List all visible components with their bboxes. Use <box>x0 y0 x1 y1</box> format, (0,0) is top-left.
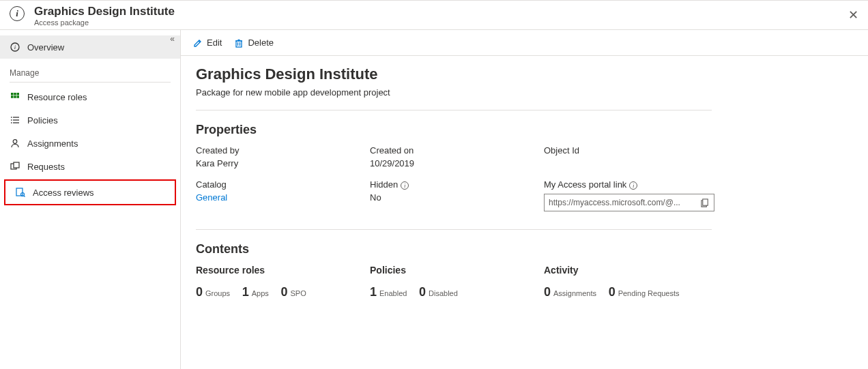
sidebar-section-manage: Manage <box>0 59 180 82</box>
sidebar-item-label: Resource roles <box>27 92 87 102</box>
sidebar-item-label: Requests <box>27 162 65 172</box>
collapse-sidebar-button[interactable]: « <box>170 34 175 44</box>
value-created-by: Kara Perry <box>196 158 370 168</box>
sidebar-divider <box>10 82 171 83</box>
svg-rect-4 <box>17 93 20 95</box>
review-icon <box>15 188 26 197</box>
label-catalog: Catalog <box>196 179 370 190</box>
svg-rect-3 <box>14 93 16 95</box>
sidebar-item-requests[interactable]: Requests <box>0 155 180 178</box>
stat-spo: 0SPO <box>280 285 306 299</box>
svg-rect-16 <box>14 162 19 168</box>
close-button[interactable]: ✕ <box>848 8 858 23</box>
requests-icon <box>10 162 20 171</box>
svg-line-19 <box>24 196 25 197</box>
trash-icon <box>234 38 244 48</box>
header-title: Graphics Design Institute <box>34 5 175 18</box>
value-portal-link: https://myaccess.microsoft.com/@... <box>544 192 721 211</box>
properties-grid: Created by Created on Object Id Kara Per… <box>196 145 712 220</box>
contents-resource-roles-label: Resource roles <box>196 265 370 276</box>
stat-apps: 1Apps <box>242 285 269 299</box>
contents-resource-roles-stats: 0Groups 1Apps 0SPO <box>196 285 370 299</box>
page-title: Graphics Design Institute <box>196 65 712 83</box>
contents-policies-label: Policies <box>370 265 544 276</box>
pencil-icon <box>193 38 203 48</box>
contents-heading: Contents <box>196 242 712 256</box>
properties-heading: Properties <box>196 123 712 137</box>
info-icon: i <box>10 6 25 21</box>
list-icon <box>10 115 20 125</box>
sidebar-item-access-reviews[interactable]: Access reviews <box>5 181 175 204</box>
sidebar: « i Overview Manage Resource roles Polic… <box>0 30 181 369</box>
label-portal-link: My Access portal linki <box>544 179 721 190</box>
edit-button[interactable]: Edit <box>193 38 222 48</box>
value-hidden: No <box>370 192 544 211</box>
sidebar-item-label: Assignments <box>27 138 78 149</box>
svg-text:i: i <box>14 44 16 50</box>
svg-rect-17 <box>16 188 23 196</box>
sidebar-item-resource-roles[interactable]: Resource roles <box>0 85 180 108</box>
blade-header: i Graphics Design Institute Access packa… <box>0 0 868 30</box>
portal-link-text: https://myaccess.microsoft.com/@... <box>549 198 680 207</box>
separator <box>196 110 712 110</box>
grid-icon <box>10 92 20 102</box>
label-created-on: Created on <box>370 145 544 156</box>
edit-label: Edit <box>207 38 222 48</box>
sidebar-item-overview[interactable]: i Overview <box>0 35 180 59</box>
stat-enabled: 1Enabled <box>370 285 407 299</box>
stat-groups: 0Groups <box>196 285 230 299</box>
sidebar-item-assignments[interactable]: Assignments <box>0 132 180 155</box>
value-catalog-link[interactable]: General <box>196 192 370 211</box>
page-description: Package for new mobile app development p… <box>196 87 712 98</box>
header-titles: Graphics Design Institute Access package <box>34 5 175 27</box>
main-content: Edit Delete Graphics Design Institute Pa… <box>181 30 868 369</box>
svg-point-14 <box>13 140 17 144</box>
sidebar-item-label: Access reviews <box>33 188 94 198</box>
contents-activity-stats: 0Assignments 0Pending Requests <box>544 285 721 299</box>
stat-assignments: 0Assignments <box>544 285 596 299</box>
header-subtitle: Access package <box>34 18 175 27</box>
info-icon[interactable]: i <box>629 181 637 190</box>
sidebar-item-label: Overview <box>27 42 64 53</box>
command-bar: Edit Delete <box>181 30 868 56</box>
delete-button[interactable]: Delete <box>234 38 274 48</box>
person-icon <box>10 138 20 148</box>
value-created-on: 10/29/2019 <box>370 158 544 168</box>
delete-label: Delete <box>248 38 274 48</box>
label-created-by: Created by <box>196 145 370 156</box>
sidebar-item-policies[interactable]: Policies <box>0 108 180 132</box>
label-object-id: Object Id <box>544 145 721 156</box>
contents-policies-stats: 1Enabled 0Disabled <box>370 285 544 299</box>
label-hidden: Hiddeni <box>370 179 544 190</box>
svg-rect-7 <box>17 95 20 98</box>
svg-rect-26 <box>703 198 708 205</box>
contents-activity-label: Activity <box>544 265 721 276</box>
stat-disabled: 0Disabled <box>419 285 458 299</box>
info-circle-icon: i <box>10 42 20 52</box>
svg-rect-2 <box>11 93 14 95</box>
copy-icon[interactable] <box>701 198 710 207</box>
svg-rect-21 <box>236 41 242 47</box>
highlight-access-reviews: Access reviews <box>4 179 176 205</box>
svg-rect-5 <box>11 95 14 98</box>
sidebar-item-label: Policies <box>27 115 58 126</box>
info-icon[interactable]: i <box>401 181 409 190</box>
separator <box>196 229 712 230</box>
portal-link-box[interactable]: https://myaccess.microsoft.com/@... <box>544 194 714 211</box>
stat-pending: 0Pending Requests <box>609 285 680 299</box>
value-object-id <box>544 158 721 168</box>
svg-rect-6 <box>14 95 16 98</box>
